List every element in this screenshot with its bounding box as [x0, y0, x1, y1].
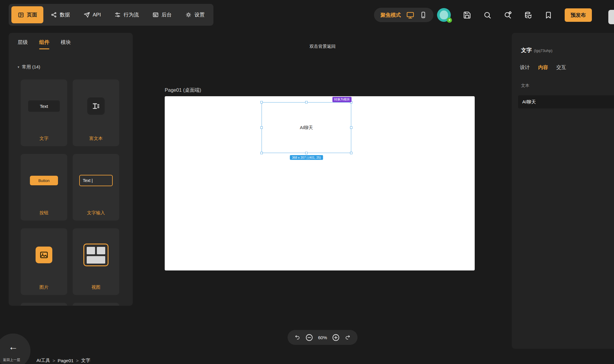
page-label[interactable]: Page01 (桌面端) [165, 87, 201, 94]
resize-handle-top-left[interactable] [260, 101, 263, 103]
nav-item-label: 后台 [161, 11, 172, 18]
convert-to-module-badge[interactable]: 转换为模块 [332, 97, 352, 102]
zoom-out-icon [305, 334, 313, 342]
save-icon [463, 11, 471, 19]
nav-item-label: 设置 [194, 11, 204, 18]
tab-content[interactable]: 内容 [538, 64, 548, 71]
data-sync-icon [524, 11, 532, 19]
redo-button[interactable] [345, 334, 351, 340]
data-sync-button[interactable] [524, 11, 532, 19]
richtext-icon [87, 97, 105, 115]
view-layout-icon [83, 244, 109, 266]
search-button[interactable] [483, 11, 491, 19]
search-settings-button[interactable] [504, 11, 512, 19]
artboard[interactable]: AI聊天 转换为模块 368 x 207 | (401, 25) [165, 96, 475, 270]
component-label: 文字 [21, 136, 67, 141]
search-icon [483, 11, 491, 19]
focus-mode-pill: 聚焦模式 [374, 8, 433, 22]
properties-panel: 文字 (lgq73uhp) 设计 内容 交互 文本 [512, 33, 614, 349]
zoom-in-button[interactable] [332, 334, 340, 342]
nav-item-backend[interactable]: 后台 [146, 6, 178, 23]
preview-text: Text | [83, 178, 93, 183]
component-card-richtext[interactable]: 富文本 [73, 79, 119, 146]
selected-component-id: (lgq73uhp) [534, 48, 552, 53]
component-label: 文字输入 [73, 210, 119, 216]
component-grid: Text 文字 富文本 Button 按钮 Tex [9, 79, 133, 306]
selected-element-text: AI聊天 [300, 125, 313, 131]
desktop-mode-button[interactable] [406, 11, 414, 19]
nav-item-api[interactable]: API [77, 6, 107, 23]
main-nav: 页面 数据 API 行为流 [9, 4, 213, 26]
mobile-mode-button[interactable] [420, 11, 427, 19]
selected-text-element[interactable]: AI聊天 转换为模块 368 x 207 | (401, 25) [262, 102, 351, 153]
partial-edge-button[interactable] [608, 10, 614, 24]
text-component-preview: Text [21, 79, 67, 133]
text-content-input[interactable] [518, 95, 614, 108]
topbar-right: + 预发布 [437, 0, 592, 30]
resize-handle-top[interactable] [305, 101, 308, 103]
zoom-out-button[interactable] [305, 334, 313, 342]
component-label: 按钮 [21, 210, 67, 216]
nav-item-data[interactable]: 数据 [45, 6, 76, 23]
component-label: 视图 [73, 285, 119, 290]
app-root: 页面 数据 API 行为流 [0, 0, 614, 364]
component-card-partial[interactable] [21, 303, 67, 306]
nav-item-label: 行为流 [123, 11, 139, 18]
resize-handle-left[interactable] [260, 126, 263, 129]
component-label: 富文本 [73, 136, 119, 141]
breadcrumb-item-app[interactable]: AI工具 [36, 357, 50, 364]
component-card-text[interactable]: Text 文字 [21, 79, 67, 146]
avatar-add-badge[interactable]: + [447, 18, 452, 23]
breadcrumb-item-page[interactable]: Page01 [58, 358, 74, 363]
tab-components[interactable]: 组件 [39, 39, 49, 49]
focus-mode-label[interactable]: 聚焦模式 [381, 12, 401, 19]
tab-layers[interactable]: 层级 [18, 39, 28, 49]
text-field-label: 文本 [521, 83, 529, 88]
breadcrumb-item-element[interactable]: 文字 [81, 357, 90, 364]
resize-handle-bottom-left[interactable] [260, 152, 263, 154]
breadcrumb-separator: > [53, 358, 55, 363]
publish-button[interactable]: 预发布 [565, 8, 592, 22]
size-position-badge: 368 x 207 | (401, 25) [290, 155, 323, 160]
properties-title: 文字 (lgq73uhp) [521, 47, 552, 54]
breadcrumb-separator: > [76, 358, 79, 363]
preview-text: Text [40, 104, 48, 109]
tab-design[interactable]: 设计 [520, 64, 530, 71]
component-card-button[interactable]: Button 按钮 [21, 154, 67, 221]
zoom-toolbar: 60% [288, 330, 358, 345]
arrow-left-icon: ← [8, 341, 18, 352]
undo-icon [294, 334, 300, 340]
gear-icon [185, 12, 192, 18]
image-icon [36, 247, 52, 263]
richtext-component-preview [73, 79, 119, 133]
component-card-partial[interactable] [73, 303, 119, 306]
component-card-text-input[interactable]: Text | 文字输入 [73, 154, 119, 221]
tab-modules[interactable]: 模块 [61, 39, 71, 49]
avatar[interactable]: + [437, 8, 451, 22]
topbar: 页面 数据 API 行为流 [0, 0, 614, 30]
save-button[interactable] [463, 11, 471, 19]
button-component-preview: Button [21, 154, 67, 207]
zoom-level[interactable]: 60% [318, 335, 327, 340]
canvas-hint-text: 双击背景返回 [310, 44, 336, 49]
nav-item-label: API [93, 12, 101, 18]
preview-text: Button [38, 178, 50, 183]
breadcrumb: AI工具 > Page01 > 文字 [36, 357, 90, 364]
resize-handle-bottom[interactable] [305, 152, 308, 154]
resize-handle-right[interactable] [350, 126, 352, 129]
resize-handle-bottom-right[interactable] [350, 152, 352, 154]
nav-item-settings[interactable]: 设置 [179, 6, 211, 23]
nav-item-pages[interactable]: 页面 [11, 6, 43, 23]
section-common-components[interactable]: ▾ 常用 (14) [18, 64, 124, 70]
bookmark-button[interactable] [544, 11, 552, 19]
undo-button[interactable] [294, 334, 300, 340]
nav-item-label: 页面 [27, 11, 37, 18]
nav-item-behavior-flow[interactable]: 行为流 [108, 6, 145, 23]
properties-tabs: 设计 内容 交互 [520, 64, 566, 71]
component-card-view[interactable]: 视图 [73, 228, 119, 295]
component-card-image[interactable]: 图片 [21, 228, 67, 295]
section-label: 常用 (14) [22, 64, 40, 70]
selected-component-name: 文字 [521, 47, 532, 54]
tab-interaction[interactable]: 交互 [556, 64, 566, 71]
nav-item-label: 数据 [60, 11, 70, 18]
